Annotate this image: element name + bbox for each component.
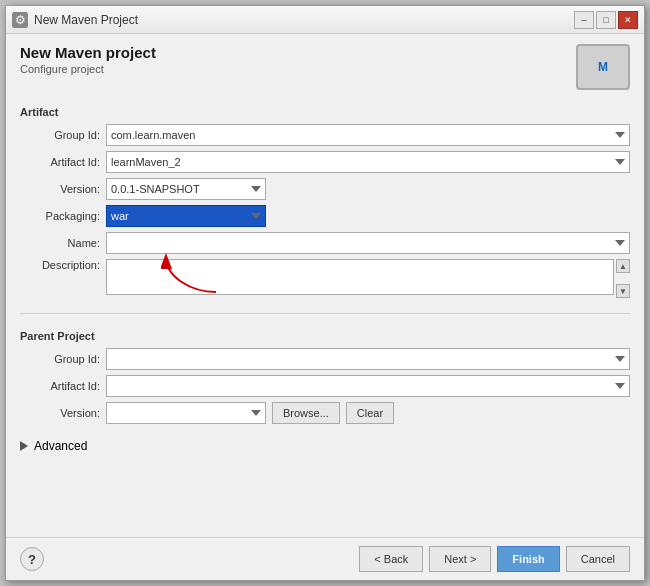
scroll-down-button[interactable]: ▼ xyxy=(616,284,630,298)
parent-artifact-id-label: Artifact Id: xyxy=(20,380,100,392)
browse-button[interactable]: Browse... xyxy=(272,402,340,424)
packaging-label: Packaging: xyxy=(20,210,100,222)
parent-artifact-id-select[interactable] xyxy=(106,375,630,397)
parent-group-id-row: Group Id: xyxy=(20,348,630,370)
name-select[interactable] xyxy=(106,232,630,254)
name-label: Name: xyxy=(20,237,100,249)
artifact-section-title: Artifact xyxy=(20,106,630,118)
maven-logo: M xyxy=(576,44,630,90)
advanced-row[interactable]: Advanced xyxy=(20,439,630,453)
app-icon: ⚙ xyxy=(12,12,28,28)
bottom-right: < Back Next > Finish Cancel xyxy=(359,546,630,572)
description-scroll-wrapper: ▲ ▼ xyxy=(106,259,630,298)
description-label: Description: xyxy=(20,259,100,271)
help-button[interactable]: ? xyxy=(20,547,44,571)
parent-group-id-select[interactable] xyxy=(106,348,630,370)
bottom-bar: ? < Back Next > Finish Cancel xyxy=(6,537,644,580)
title-bar: ⚙ New Maven Project – □ ✕ xyxy=(6,6,644,34)
version-row: Version: 0.0.1-SNAPSHOT 0.0.1 1.0-SNAPSH… xyxy=(20,178,630,200)
title-bar-controls: – □ ✕ xyxy=(574,11,638,29)
artifact-id-row: Artifact Id: learnMaven_2 xyxy=(20,151,630,173)
packaging-row: Packaging: jar war ear pom maven-plugin xyxy=(20,205,630,227)
advanced-triangle-icon xyxy=(20,441,28,451)
parent-version-label: Version: xyxy=(20,407,100,419)
maximize-button[interactable]: □ xyxy=(596,11,616,29)
minimize-button[interactable]: – xyxy=(574,11,594,29)
artifact-section: Artifact Group Id: com.learn.maven Artif… xyxy=(20,100,630,303)
description-row: Description: ▲ ▼ xyxy=(20,259,630,298)
close-button[interactable]: ✕ xyxy=(618,11,638,29)
parent-section: Parent Project Group Id: Artifact Id: Ve… xyxy=(20,324,630,429)
parent-section-title: Parent Project xyxy=(20,330,630,342)
header-area: New Maven project Configure project M xyxy=(20,44,630,90)
page-title: New Maven project xyxy=(20,44,156,61)
packaging-select[interactable]: jar war ear pom maven-plugin xyxy=(106,205,266,227)
page-subtitle: Configure project xyxy=(20,63,156,75)
clear-button[interactable]: Clear xyxy=(346,402,394,424)
name-row: Name: xyxy=(20,232,630,254)
window-content: New Maven project Configure project M Ar… xyxy=(6,34,644,537)
group-id-row: Group Id: com.learn.maven xyxy=(20,124,630,146)
packaging-wrapper: jar war ear pom maven-plugin xyxy=(106,205,266,227)
group-id-label: Group Id: xyxy=(20,129,100,141)
bottom-left: ? xyxy=(20,547,44,571)
advanced-label: Advanced xyxy=(34,439,87,453)
parent-group-id-label: Group Id: xyxy=(20,353,100,365)
version-label: Version: xyxy=(20,183,100,195)
artifact-id-label: Artifact Id: xyxy=(20,156,100,168)
parent-version-row: Version: Browse... Clear xyxy=(20,402,630,424)
scroll-up-button[interactable]: ▲ xyxy=(616,259,630,273)
section-divider xyxy=(20,313,630,314)
cancel-button[interactable]: Cancel xyxy=(566,546,630,572)
title-bar-left: ⚙ New Maven Project xyxy=(12,12,138,28)
finish-button[interactable]: Finish xyxy=(497,546,559,572)
artifact-id-select[interactable]: learnMaven_2 xyxy=(106,151,630,173)
main-window: ⚙ New Maven Project – □ ✕ New Maven proj… xyxy=(5,5,645,581)
description-scrollbar: ▲ ▼ xyxy=(616,259,630,298)
parent-artifact-id-row: Artifact Id: xyxy=(20,375,630,397)
back-button[interactable]: < Back xyxy=(359,546,423,572)
version-select[interactable]: 0.0.1-SNAPSHOT 0.0.1 1.0-SNAPSHOT 1.0.0 xyxy=(106,178,266,200)
next-button[interactable]: Next > xyxy=(429,546,491,572)
window-title: New Maven Project xyxy=(34,13,138,27)
group-id-select[interactable]: com.learn.maven xyxy=(106,124,630,146)
header-text: New Maven project Configure project xyxy=(20,44,156,75)
parent-version-select[interactable] xyxy=(106,402,266,424)
description-input[interactable] xyxy=(106,259,614,295)
